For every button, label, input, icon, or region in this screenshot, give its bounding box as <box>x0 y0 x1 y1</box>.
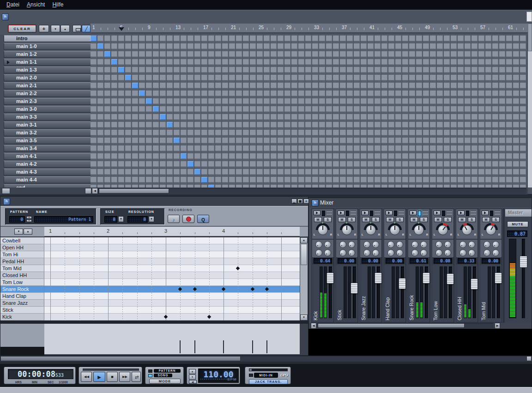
song-cell[interactable] <box>465 58 472 66</box>
song-cell[interactable] <box>284 176 291 184</box>
song-cell[interactable] <box>194 137 201 145</box>
song-cell[interactable] <box>478 121 485 129</box>
song-cell[interactable] <box>236 184 243 187</box>
song-cell[interactable] <box>271 129 278 137</box>
song-cell[interactable] <box>381 145 388 152</box>
song-cell[interactable] <box>222 184 229 187</box>
song-cell[interactable] <box>395 58 402 66</box>
song-cell[interactable] <box>278 160 284 168</box>
song-cell[interactable] <box>402 35 409 42</box>
song-cell[interactable] <box>402 160 409 168</box>
song-cell[interactable] <box>381 58 388 66</box>
song-cell[interactable] <box>118 74 125 82</box>
song-cell[interactable] <box>506 176 513 184</box>
song-cell[interactable] <box>181 184 187 187</box>
pattern-ruler[interactable]: 1234 <box>44 227 300 236</box>
song-cell[interactable] <box>291 82 298 90</box>
spinner-up-icon[interactable]: ▲ <box>26 216 32 219</box>
song-cell[interactable] <box>409 160 416 168</box>
song-cell[interactable] <box>423 42 430 50</box>
song-cell[interactable] <box>437 137 444 145</box>
move-pattern-up-button[interactable]: ▲ <box>60 25 70 32</box>
song-cell[interactable] <box>485 66 492 74</box>
song-cell[interactable] <box>312 152 319 160</box>
workspace-hscrollbar[interactable] <box>0 356 532 362</box>
song-cell[interactable] <box>347 145 354 152</box>
song-cell[interactable] <box>257 42 264 50</box>
solo-button[interactable]: S <box>396 217 404 222</box>
mixer-scroll-right-icon[interactable]: ▶ <box>495 323 500 329</box>
quantize-button[interactable]: Q <box>197 215 209 223</box>
song-cell[interactable] <box>305 184 312 187</box>
song-cell[interactable] <box>291 145 298 152</box>
song-cell[interactable] <box>125 42 132 50</box>
song-cell[interactable] <box>388 42 395 50</box>
song-vscrollbar[interactable] <box>528 24 532 187</box>
song-cell[interactable] <box>485 152 492 160</box>
song-cell[interactable] <box>444 129 451 137</box>
song-cell[interactable] <box>305 50 312 58</box>
song-cell[interactable] <box>132 168 139 176</box>
song-cell[interactable] <box>478 74 485 82</box>
song-cell[interactable] <box>250 168 257 176</box>
song-cell[interactable] <box>146 97 153 105</box>
song-cell[interactable] <box>388 168 395 176</box>
song-cell[interactable] <box>291 42 298 50</box>
song-cell[interactable] <box>174 129 181 137</box>
song-cell[interactable] <box>167 184 174 187</box>
move-pattern-down-button[interactable]: ▼ <box>51 25 60 32</box>
minimize-icon[interactable]: ▁ <box>291 199 297 204</box>
song-cell[interactable] <box>201 42 208 50</box>
song-cell[interactable] <box>368 129 375 137</box>
song-cell[interactable] <box>201 90 208 97</box>
song-cell[interactable] <box>333 145 340 152</box>
song-cell[interactable] <box>125 145 132 152</box>
song-cell[interactable] <box>492 50 499 58</box>
song-cell[interactable] <box>167 82 174 90</box>
song-cell[interactable] <box>361 160 368 168</box>
song-cell[interactable] <box>395 35 402 42</box>
mute-button[interactable]: M <box>434 217 442 222</box>
song-cell[interactable] <box>485 184 492 187</box>
song-cell[interactable] <box>146 58 153 66</box>
song-cell[interactable] <box>340 168 347 176</box>
song-cell[interactable] <box>298 145 305 152</box>
song-cell[interactable] <box>104 35 111 42</box>
song-cell[interactable] <box>291 160 298 168</box>
song-cell[interactable] <box>506 168 513 176</box>
song-cell[interactable] <box>354 105 361 113</box>
song-cell[interactable] <box>257 66 264 74</box>
song-cell[interactable] <box>416 35 423 42</box>
song-cell[interactable] <box>499 113 506 121</box>
song-cell[interactable] <box>153 50 160 58</box>
maximize-icon[interactable]: ▣ <box>297 199 303 204</box>
song-cell[interactable] <box>174 97 181 105</box>
song-cell[interactable] <box>395 97 402 105</box>
song-cell[interactable] <box>160 145 167 152</box>
song-cell[interactable] <box>104 121 111 129</box>
song-cell[interactable] <box>458 160 465 168</box>
mute-button[interactable]: M <box>362 217 370 222</box>
song-cell[interactable] <box>499 74 506 82</box>
fx-send-knob[interactable] <box>492 241 499 248</box>
pattern-name-button[interactable]: main 4-1 <box>4 153 101 160</box>
song-cell[interactable] <box>430 58 437 66</box>
song-cell[interactable] <box>499 35 506 42</box>
fx-send-knob[interactable] <box>363 241 370 248</box>
master-volume-lcd[interactable]: 0.87 <box>507 230 527 237</box>
song-cell[interactable] <box>201 97 208 105</box>
fx-send-knob[interactable] <box>468 249 475 256</box>
song-cell[interactable] <box>257 90 264 97</box>
song-cell[interactable] <box>402 50 409 58</box>
song-cell[interactable] <box>215 66 222 74</box>
pan-knob[interactable] <box>486 225 496 235</box>
song-cell[interactable] <box>499 66 506 74</box>
song-cell[interactable] <box>492 82 499 90</box>
song-cell[interactable] <box>264 129 271 137</box>
pattern-name-button[interactable]: main 1-1 <box>4 59 101 66</box>
song-cell[interactable] <box>181 35 187 42</box>
song-cell[interactable] <box>368 66 375 74</box>
song-cell[interactable] <box>381 184 388 187</box>
fx-send-knob[interactable] <box>387 249 394 256</box>
song-cell[interactable] <box>160 137 167 145</box>
